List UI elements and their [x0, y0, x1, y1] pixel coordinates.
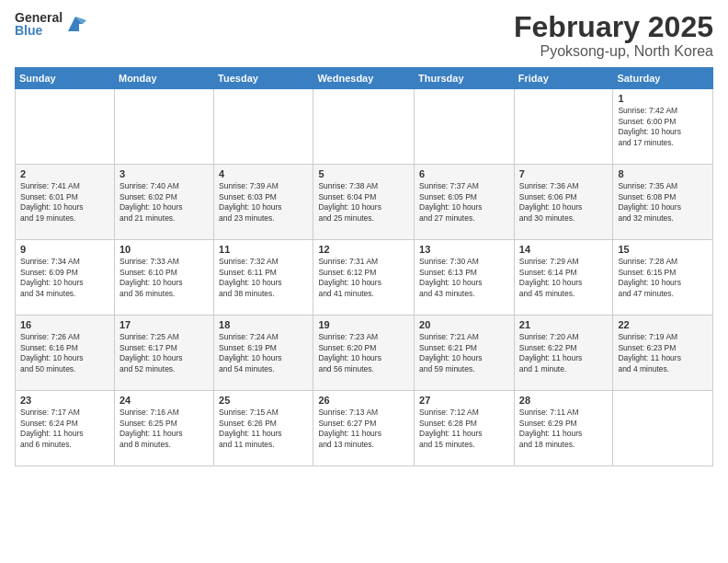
calendar-cell: 6Sunrise: 7:37 AM Sunset: 6:05 PM Daylig… [415, 165, 515, 240]
day-number: 11 [219, 244, 308, 255]
calendar-cell: 3Sunrise: 7:40 AM Sunset: 6:02 PM Daylig… [114, 165, 213, 240]
calendar-cell: 19Sunrise: 7:23 AM Sunset: 6:20 PM Dayli… [313, 316, 415, 391]
calendar-week-0: 1Sunrise: 7:42 AM Sunset: 6:00 PM Daylig… [16, 89, 713, 165]
calendar-cell: 26Sunrise: 7:13 AM Sunset: 6:27 PM Dayli… [313, 391, 415, 466]
day-info: Sunrise: 7:34 AM Sunset: 6:09 PM Dayligh… [20, 257, 109, 299]
day-info: Sunrise: 7:39 AM Sunset: 6:03 PM Dayligh… [219, 181, 308, 224]
calendar-cell: 22Sunrise: 7:19 AM Sunset: 6:23 PM Dayli… [613, 316, 713, 391]
day-number: 23 [20, 395, 109, 406]
calendar-header-monday: Monday [114, 68, 213, 89]
calendar-cell [214, 89, 313, 165]
logo-general: General [15, 11, 63, 24]
calendar-header-saturday: Saturday [613, 68, 713, 89]
day-info: Sunrise: 7:40 AM Sunset: 6:02 PM Dayligh… [119, 181, 209, 224]
day-number: 8 [618, 168, 708, 179]
calendar-cell: 15Sunrise: 7:28 AM Sunset: 6:15 PM Dayli… [613, 240, 713, 316]
calendar-header-tuesday: Tuesday [214, 68, 313, 89]
calendar-week-1: 2Sunrise: 7:41 AM Sunset: 6:01 PM Daylig… [16, 165, 713, 240]
calendar-cell [313, 89, 415, 165]
day-number: 7 [519, 168, 609, 179]
calendar-cell: 11Sunrise: 7:32 AM Sunset: 6:11 PM Dayli… [214, 240, 313, 316]
calendar-cell: 18Sunrise: 7:24 AM Sunset: 6:19 PM Dayli… [214, 316, 313, 391]
day-info: Sunrise: 7:33 AM Sunset: 6:10 PM Dayligh… [119, 257, 209, 299]
day-info: Sunrise: 7:32 AM Sunset: 6:11 PM Dayligh… [219, 257, 308, 299]
day-number: 13 [419, 244, 509, 255]
day-number: 20 [419, 319, 509, 330]
calendar: SundayMondayTuesdayWednesdayThursdayFrid… [15, 67, 713, 466]
calendar-cell: 12Sunrise: 7:31 AM Sunset: 6:12 PM Dayli… [313, 240, 415, 316]
calendar-cell: 2Sunrise: 7:41 AM Sunset: 6:01 PM Daylig… [16, 165, 115, 240]
day-info: Sunrise: 7:36 AM Sunset: 6:06 PM Dayligh… [519, 181, 609, 224]
calendar-cell: 20Sunrise: 7:21 AM Sunset: 6:21 PM Dayli… [415, 316, 515, 391]
day-number: 3 [119, 168, 209, 179]
day-info: Sunrise: 7:37 AM Sunset: 6:05 PM Dayligh… [419, 181, 509, 224]
day-number: 14 [519, 244, 609, 255]
logo-icon [64, 13, 86, 35]
calendar-cell: 21Sunrise: 7:20 AM Sunset: 6:22 PM Dayli… [514, 316, 613, 391]
day-number: 10 [119, 244, 209, 255]
calendar-header-thursday: Thursday [415, 68, 515, 89]
calendar-cell: 25Sunrise: 7:15 AM Sunset: 6:26 PM Dayli… [214, 391, 313, 466]
calendar-cell: 5Sunrise: 7:38 AM Sunset: 6:04 PM Daylig… [313, 165, 415, 240]
logo-blue: Blue [15, 24, 63, 37]
day-info: Sunrise: 7:42 AM Sunset: 6:00 PM Dayligh… [618, 106, 708, 148]
calendar-cell: 27Sunrise: 7:12 AM Sunset: 6:28 PM Dayli… [415, 391, 515, 466]
day-number: 28 [519, 395, 609, 406]
day-info: Sunrise: 7:19 AM Sunset: 6:23 PM Dayligh… [618, 332, 708, 374]
day-info: Sunrise: 7:26 AM Sunset: 6:16 PM Dayligh… [20, 332, 109, 374]
calendar-cell [114, 89, 213, 165]
day-info: Sunrise: 7:13 AM Sunset: 6:27 PM Dayligh… [318, 408, 409, 450]
calendar-cell [415, 89, 515, 165]
day-info: Sunrise: 7:17 AM Sunset: 6:24 PM Dayligh… [20, 408, 109, 450]
calendar-cell: 1Sunrise: 7:42 AM Sunset: 6:00 PM Daylig… [613, 89, 713, 165]
calendar-cell: 17Sunrise: 7:25 AM Sunset: 6:17 PM Dayli… [114, 316, 213, 391]
day-info: Sunrise: 7:29 AM Sunset: 6:14 PM Dayligh… [519, 257, 609, 299]
day-number: 2 [20, 168, 109, 179]
calendar-header-wednesday: Wednesday [313, 68, 415, 89]
day-info: Sunrise: 7:15 AM Sunset: 6:26 PM Dayligh… [219, 408, 308, 450]
day-number: 27 [419, 395, 509, 406]
calendar-cell: 28Sunrise: 7:11 AM Sunset: 6:29 PM Dayli… [514, 391, 613, 466]
day-info: Sunrise: 7:31 AM Sunset: 6:12 PM Dayligh… [318, 257, 409, 299]
calendar-cell: 24Sunrise: 7:16 AM Sunset: 6:25 PM Dayli… [114, 391, 213, 466]
day-number: 17 [119, 319, 209, 330]
day-number: 9 [20, 244, 109, 255]
day-number: 15 [618, 244, 708, 255]
day-number: 6 [419, 168, 509, 179]
calendar-header-row: SundayMondayTuesdayWednesdayThursdayFrid… [16, 68, 713, 89]
day-number: 16 [20, 319, 109, 330]
day-number: 22 [618, 319, 708, 330]
calendar-cell: 14Sunrise: 7:29 AM Sunset: 6:14 PM Dayli… [514, 240, 613, 316]
day-number: 4 [219, 168, 308, 179]
location: Pyoksong-up, North Korea [514, 43, 713, 60]
day-number: 24 [119, 395, 209, 406]
day-number: 25 [219, 395, 308, 406]
calendar-header-sunday: Sunday [16, 68, 115, 89]
calendar-cell: 8Sunrise: 7:35 AM Sunset: 6:08 PM Daylig… [613, 165, 713, 240]
calendar-cell: 23Sunrise: 7:17 AM Sunset: 6:24 PM Dayli… [16, 391, 115, 466]
calendar-week-4: 23Sunrise: 7:17 AM Sunset: 6:24 PM Dayli… [16, 391, 713, 466]
day-number: 26 [318, 395, 409, 406]
day-info: Sunrise: 7:35 AM Sunset: 6:08 PM Dayligh… [618, 181, 708, 224]
calendar-cell: 10Sunrise: 7:33 AM Sunset: 6:10 PM Dayli… [114, 240, 213, 316]
calendar-week-3: 16Sunrise: 7:26 AM Sunset: 6:16 PM Dayli… [16, 316, 713, 391]
logo: General Blue [15, 11, 86, 37]
day-number: 5 [318, 168, 409, 179]
day-info: Sunrise: 7:11 AM Sunset: 6:29 PM Dayligh… [519, 408, 609, 450]
day-number: 18 [219, 319, 308, 330]
day-info: Sunrise: 7:20 AM Sunset: 6:22 PM Dayligh… [519, 332, 609, 374]
calendar-cell [613, 391, 713, 466]
calendar-header-friday: Friday [514, 68, 613, 89]
day-info: Sunrise: 7:28 AM Sunset: 6:15 PM Dayligh… [618, 257, 708, 299]
title-section: February 2025 Pyoksong-up, North Korea [514, 11, 713, 60]
day-info: Sunrise: 7:41 AM Sunset: 6:01 PM Dayligh… [20, 181, 109, 224]
logo-text: General Blue [15, 11, 63, 37]
calendar-cell: 7Sunrise: 7:36 AM Sunset: 6:06 PM Daylig… [514, 165, 613, 240]
day-info: Sunrise: 7:24 AM Sunset: 6:19 PM Dayligh… [219, 332, 308, 374]
day-info: Sunrise: 7:30 AM Sunset: 6:13 PM Dayligh… [419, 257, 509, 299]
page: General Blue February 2025 Pyoksong-up, … [0, 0, 728, 563]
day-number: 21 [519, 319, 609, 330]
day-info: Sunrise: 7:38 AM Sunset: 6:04 PM Dayligh… [318, 181, 409, 224]
day-number: 1 [618, 93, 708, 104]
calendar-cell: 16Sunrise: 7:26 AM Sunset: 6:16 PM Dayli… [16, 316, 115, 391]
